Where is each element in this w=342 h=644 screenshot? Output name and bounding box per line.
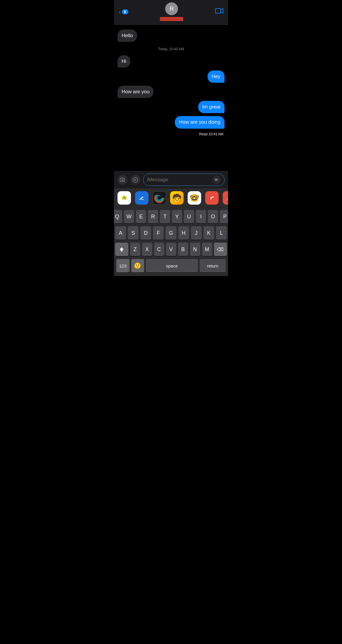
fitness-app-icon[interactable] xyxy=(153,191,166,205)
svg-point-7 xyxy=(123,197,125,199)
key-n[interactable]: N xyxy=(190,243,200,256)
shazam-icon[interactable] xyxy=(205,191,219,205)
camera-button[interactable] xyxy=(118,175,127,185)
return-key[interactable]: return xyxy=(200,259,226,272)
sent-bubble-howareyoudoing: How are you doing xyxy=(175,116,224,128)
svg-rect-3 xyxy=(215,179,215,181)
app-dock: 🧒 🤓 xyxy=(114,188,228,208)
key-e[interactable]: E xyxy=(136,210,146,223)
key-g[interactable]: G xyxy=(165,226,176,240)
key-p[interactable]: P xyxy=(220,210,228,223)
received-bubble-hello: Hello xyxy=(118,30,137,42)
key-k[interactable]: K xyxy=(203,226,214,240)
back-chevron-icon: ‹ xyxy=(119,8,121,15)
message-row-1: Hello xyxy=(118,30,224,42)
key-q[interactable]: Q xyxy=(114,210,122,223)
key-x[interactable]: X xyxy=(142,243,152,256)
svg-rect-12 xyxy=(226,194,228,201)
photos-app-icon[interactable] xyxy=(118,191,131,205)
appstore-button[interactable] xyxy=(130,175,140,185)
message-row-7: How are you doing xyxy=(118,116,224,128)
received-bubble-hi: Hi xyxy=(118,55,130,68)
sent-bubble-hey: Hey xyxy=(208,70,224,83)
sent-bubble-imgreat: Im great xyxy=(198,101,224,113)
numbers-key[interactable]: 123 xyxy=(116,259,129,272)
key-t[interactable]: T xyxy=(160,210,170,223)
key-j[interactable]: J xyxy=(191,226,202,240)
keyboard: Q W E R T Y U I O P A S D F G H J K L Z … xyxy=(114,208,228,276)
svg-rect-6 xyxy=(217,179,218,180)
key-c[interactable]: C xyxy=(154,243,164,256)
svg-rect-5 xyxy=(217,179,217,181)
avatar[interactable]: R xyxy=(165,2,178,15)
keyboard-row-bottom: 123 🙂 space return xyxy=(115,259,227,272)
delete-key[interactable]: ⌫ xyxy=(214,243,227,256)
shift-key[interactable] xyxy=(115,243,128,256)
svg-point-2 xyxy=(133,177,138,182)
keyboard-row-2: A S D F G H J K L xyxy=(115,226,227,240)
key-r[interactable]: R xyxy=(148,210,158,223)
memoji2-icon[interactable]: 🤓 xyxy=(188,191,201,205)
message-input-wrap[interactable] xyxy=(143,174,224,186)
header-center: R xyxy=(160,2,183,21)
read-receipt: Read 10:41 AM xyxy=(118,132,224,136)
received-bubble-howareyou: How are you xyxy=(118,86,153,98)
contact-name-bar xyxy=(160,17,183,21)
key-d[interactable]: D xyxy=(140,226,151,240)
message-row-4: Hey xyxy=(118,70,224,83)
memoji-stickers-icon[interactable]: 🧒 xyxy=(170,191,184,205)
message-input[interactable] xyxy=(147,177,210,183)
key-i[interactable]: I xyxy=(196,210,206,223)
key-w[interactable]: W xyxy=(124,210,134,223)
keyboard-row-1: Q W E R T Y U I O P xyxy=(115,210,227,223)
key-u[interactable]: U xyxy=(184,210,194,223)
audio-button[interactable] xyxy=(213,176,221,184)
appstore-dock-icon[interactable] xyxy=(135,191,148,205)
svg-rect-0 xyxy=(215,8,221,13)
key-h[interactable]: H xyxy=(178,226,189,240)
back-count-badge: 8 xyxy=(122,9,128,14)
key-b[interactable]: B xyxy=(178,243,188,256)
key-y[interactable]: Y xyxy=(172,210,182,223)
key-v[interactable]: V xyxy=(166,243,176,256)
message-row-3: Hi xyxy=(118,55,224,68)
key-s[interactable]: S xyxy=(128,226,139,240)
space-key[interactable]: space xyxy=(146,259,198,272)
svg-point-1 xyxy=(122,179,123,181)
keyboard-row-3: Z X C V B N M ⌫ xyxy=(115,243,227,256)
input-bar xyxy=(114,171,228,188)
svg-rect-4 xyxy=(216,178,216,181)
messages-area: Hello Today, 10:40 AM Hi Hey How are you… xyxy=(114,25,228,171)
key-a[interactable]: A xyxy=(115,226,126,240)
video-call-button[interactable] xyxy=(215,8,223,15)
header: ‹ 8 R xyxy=(114,0,228,25)
key-z[interactable]: Z xyxy=(130,243,140,256)
key-l[interactable]: L xyxy=(216,226,227,240)
timestamp-today: Today, 10:40 AM xyxy=(118,47,224,51)
key-f[interactable]: F xyxy=(153,226,164,240)
emoji-key[interactable]: 🙂 xyxy=(131,259,144,272)
message-row-6: Im great xyxy=(118,101,224,113)
key-m[interactable]: M xyxy=(202,243,212,256)
music-app-icon[interactable] xyxy=(223,191,228,205)
key-o[interactable]: O xyxy=(208,210,218,223)
back-button[interactable]: ‹ 8 xyxy=(119,8,128,15)
message-row-5: How are you xyxy=(118,86,224,98)
svg-point-10 xyxy=(157,196,162,200)
